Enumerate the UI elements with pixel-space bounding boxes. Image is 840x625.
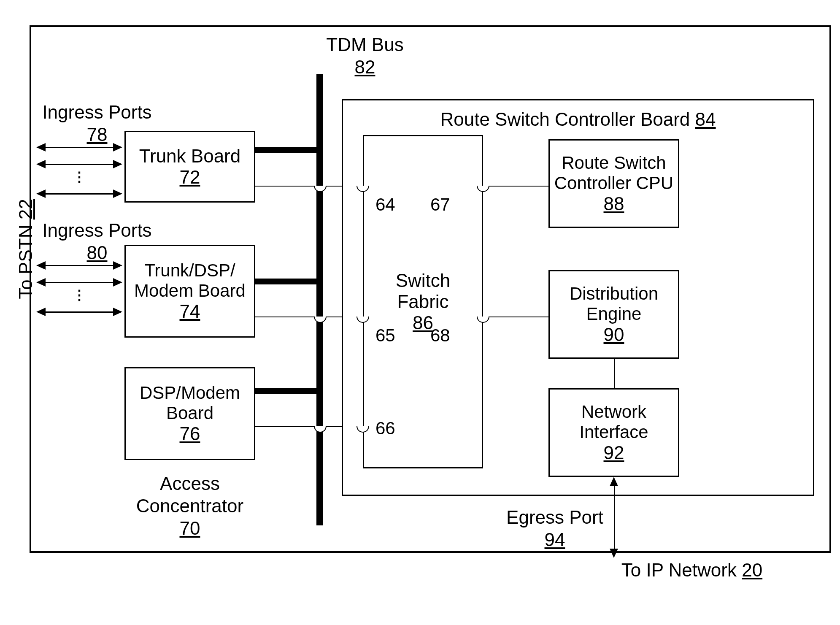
- arrow-head: [113, 308, 122, 316]
- tdm-ref: 74: [180, 301, 200, 322]
- rsc-cpu-box: Route Switch Controller CPU 88: [548, 139, 679, 228]
- arrow-head: [36, 308, 46, 316]
- port-64: 64: [375, 194, 395, 215]
- de1: Distribution: [570, 284, 658, 304]
- ellipsis-icon: ⋮: [73, 169, 86, 185]
- tdm-bus-label: TDM Bus 82: [312, 34, 418, 78]
- port-65: 65: [375, 325, 395, 346]
- to-ip-network-label: To IP Network 20: [608, 559, 776, 582]
- bus-ref: 82: [355, 57, 375, 77]
- arrow-line: [46, 282, 113, 283]
- arrow-head: [113, 189, 122, 198]
- dm1: DSP/Modem: [140, 383, 240, 403]
- arrow-head: [36, 160, 46, 168]
- egress-text: Egress Port: [506, 507, 603, 528]
- ac1: Access: [160, 473, 220, 494]
- rsc-board-label: Route Switch Controller Board: [440, 109, 690, 130]
- trunk-board-box: Trunk Board 72: [124, 131, 255, 203]
- arrow-head: [610, 549, 618, 558]
- arrow-line: [46, 311, 113, 313]
- connector-bar: [255, 388, 318, 394]
- ni2: Interface: [579, 422, 648, 442]
- dm-ref: 76: [180, 423, 200, 444]
- pstn-text: To PSTN: [15, 225, 36, 299]
- port-66: 66: [375, 418, 395, 439]
- tdm2: Modem Board: [134, 281, 246, 301]
- trunk-dsp-modem-box: Trunk/DSP/ Modem Board 74: [124, 245, 255, 338]
- arrow-head: [610, 477, 618, 486]
- arrow-head: [113, 143, 122, 152]
- arrow-head: [36, 261, 46, 270]
- dist-engine-box: Distribution Engine 90: [548, 270, 679, 359]
- arrow-head: [36, 143, 46, 152]
- ingress1-text: Ingress Ports: [42, 102, 151, 122]
- arrow-head: [36, 278, 46, 287]
- connector-bar: [255, 147, 318, 153]
- arrow-line: [46, 193, 113, 195]
- ingress1-ref: 78: [87, 124, 108, 145]
- ac-ref: 70: [180, 518, 200, 538]
- ni-ref: 92: [604, 442, 624, 463]
- tdm1: Trunk/DSP/: [144, 260, 235, 281]
- dsp-modem-box: DSP/Modem Board 76: [124, 367, 255, 460]
- connector-bar: [255, 279, 318, 284]
- ingress2-text: Ingress Ports: [42, 220, 151, 241]
- cpu2: Controller CPU: [554, 173, 673, 193]
- arrow-head: [113, 278, 122, 287]
- connector-line: [483, 186, 548, 187]
- dm2: Board: [166, 403, 213, 423]
- de-ref: 90: [604, 324, 624, 345]
- sf1: Switch: [396, 270, 451, 291]
- egress-arrow-line: [614, 483, 615, 549]
- sf2: Fabric: [397, 291, 448, 312]
- arrow-head: [113, 261, 122, 270]
- egress-ref: 94: [545, 529, 565, 550]
- arrow-head: [113, 160, 122, 168]
- ac2: Concentrator: [136, 495, 243, 516]
- tdm-bus-bar: [316, 74, 323, 525]
- ip-text: To IP Network: [621, 560, 737, 580]
- trunk-ref: 72: [180, 167, 200, 188]
- access-concentrator-label: Access Concentrator 70: [118, 473, 262, 539]
- ip-ref: 20: [742, 560, 762, 580]
- trunk-label: Trunk Board: [139, 146, 240, 167]
- port-68: 68: [430, 325, 450, 346]
- arrow-line: [46, 265, 113, 266]
- bus-text: TDM Bus: [326, 34, 403, 55]
- connector-line: [614, 359, 615, 388]
- cpu-ref: 88: [604, 193, 624, 214]
- egress-port-label: Egress Port 94: [500, 506, 610, 551]
- arrow-line: [46, 147, 113, 148]
- ni1: Network: [581, 402, 646, 422]
- arrow-line: [46, 164, 113, 165]
- ingress2-ref: 80: [87, 242, 108, 263]
- rsc-board-ref: 84: [695, 109, 716, 130]
- network-interface-box: Network Interface 92: [548, 388, 679, 477]
- connector-line: [483, 317, 548, 317]
- port-67: 67: [430, 194, 450, 215]
- de2: Engine: [586, 304, 642, 324]
- pstn-ref: 22: [15, 199, 36, 219]
- cpu1: Route Switch: [562, 153, 666, 173]
- arrow-head: [36, 189, 46, 198]
- ellipsis-icon: ⋮: [73, 287, 86, 303]
- diagram-root: To PSTN 22 TDM Bus 82 Ingress Ports 78 ⋮…: [8, 8, 840, 625]
- to-pstn-label: To PSTN 22: [15, 165, 37, 333]
